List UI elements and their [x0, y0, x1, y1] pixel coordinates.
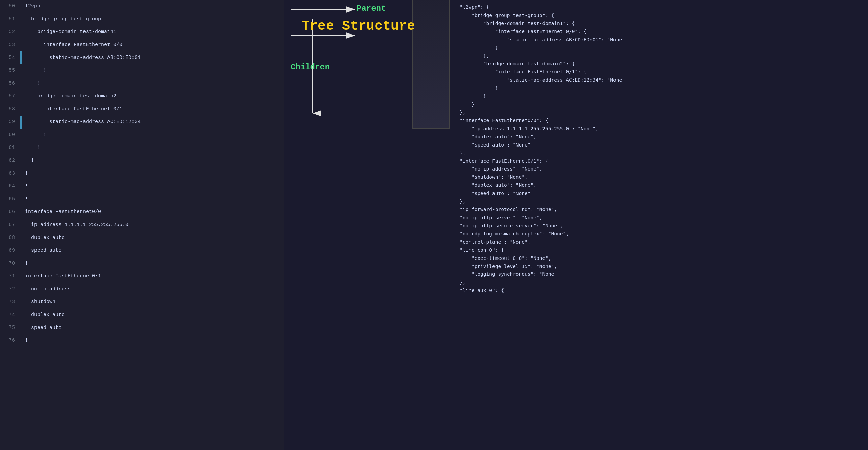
line-number: 68	[0, 231, 20, 244]
children-label: Children	[291, 63, 330, 72]
line-content: bridge group test-group	[22, 13, 284, 26]
line-content: interface FastEthernet 0/0	[22, 39, 284, 51]
code-editor-panel: 50l2vpn51 bridge group test-group52 brid…	[0, 0, 284, 450]
line-content: duplex auto	[22, 231, 284, 244]
code-line: 54 static-mac-address AB:CD:ED:01	[0, 51, 284, 64]
line-number: 65	[0, 193, 20, 206]
line-number: 58	[0, 103, 20, 116]
line-number: 76	[0, 334, 20, 347]
line-number: 74	[0, 309, 20, 321]
tree-structure-label: Tree Structure	[294, 19, 423, 34]
line-number: 69	[0, 244, 20, 257]
line-content: !	[22, 334, 284, 347]
line-content: l2vpn	[22, 0, 284, 13]
code-line: 53 interface FastEthernet 0/0	[0, 39, 284, 51]
code-line: 56 !	[0, 77, 284, 90]
code-line: 60 !	[0, 129, 284, 141]
code-line: 69 speed auto	[0, 244, 284, 257]
line-content: bridge-domain test-domain2	[22, 90, 284, 103]
line-number: 70	[0, 257, 20, 270]
line-content: !	[22, 180, 284, 193]
line-content: !	[22, 77, 284, 90]
line-number: 60	[0, 129, 20, 141]
line-content: interface FastEthernet0/1	[22, 270, 284, 283]
line-content: no ip address	[22, 283, 284, 296]
line-number: 56	[0, 77, 20, 90]
line-content: shutdown	[22, 296, 284, 309]
code-line: 66interface FastEthernet0/0	[0, 206, 284, 219]
json-panel: "l2vpn": { "bridge group test-group": { …	[453, 0, 868, 450]
code-line: 51 bridge group test-group	[0, 13, 284, 26]
line-number: 72	[0, 283, 20, 296]
code-line: 62 !	[0, 154, 284, 167]
diagram-panel: Parent Tree Structure Children	[284, 0, 453, 450]
line-number: 54	[0, 51, 20, 64]
code-line: 70!	[0, 257, 284, 270]
line-content: static-mac-address AC:ED:12:34	[22, 116, 284, 129]
code-line: 57 bridge-domain test-domain2	[0, 90, 284, 103]
line-content: !	[22, 257, 284, 270]
line-content: interface FastEthernet 0/1	[22, 103, 284, 116]
line-content: !	[22, 129, 284, 141]
line-number: 71	[0, 270, 20, 283]
line-number: 66	[0, 206, 20, 219]
code-line: 59 static-mac-address AC:ED:12:34	[0, 116, 284, 129]
line-content: !	[22, 154, 284, 167]
line-number: 61	[0, 141, 20, 154]
line-number: 53	[0, 39, 20, 51]
line-content: !	[22, 141, 284, 154]
line-content: ip address 1.1.1.1 255.255.255.0	[22, 219, 284, 231]
line-number: 73	[0, 296, 20, 309]
code-editor: 50l2vpn51 bridge group test-group52 brid…	[0, 0, 284, 450]
line-content: !	[22, 64, 284, 77]
code-line: 68 duplex auto	[0, 231, 284, 244]
line-content: speed auto	[22, 321, 284, 334]
code-line: 71interface FastEthernet0/1	[0, 270, 284, 283]
line-number: 75	[0, 321, 20, 334]
code-line: 76!	[0, 334, 284, 347]
line-number: 64	[0, 180, 20, 193]
line-number: 59	[0, 116, 20, 129]
line-number: 50	[0, 0, 20, 13]
line-content: !	[22, 167, 284, 180]
line-content: duplex auto	[22, 309, 284, 321]
code-line: 52 bridge-domain test-domain1	[0, 26, 284, 39]
code-line: 58 interface FastEthernet 0/1	[0, 103, 284, 116]
code-line: 63!	[0, 167, 284, 180]
line-content: static-mac-address AB:CD:ED:01	[22, 51, 284, 64]
line-number: 52	[0, 26, 20, 39]
parent-label: Parent	[357, 4, 386, 13]
line-number: 63	[0, 167, 20, 180]
line-number: 51	[0, 13, 20, 26]
code-line: 67 ip address 1.1.1.1 255.255.255.0	[0, 219, 284, 231]
line-number: 67	[0, 219, 20, 231]
code-line: 75 speed auto	[0, 321, 284, 334]
line-content: interface FastEthernet0/0	[22, 206, 284, 219]
line-number: 55	[0, 64, 20, 77]
code-line: 50l2vpn	[0, 0, 284, 13]
code-line: 72 no ip address	[0, 283, 284, 296]
line-content: !	[22, 193, 284, 206]
code-line: 64!	[0, 180, 284, 193]
line-content: bridge-domain test-domain1	[22, 26, 284, 39]
code-line: 74 duplex auto	[0, 309, 284, 321]
line-number: 62	[0, 154, 20, 167]
line-number: 57	[0, 90, 20, 103]
code-line: 55 !	[0, 64, 284, 77]
indent-bar	[20, 116, 22, 129]
code-line: 73 shutdown	[0, 296, 284, 309]
code-line: 65!	[0, 193, 284, 206]
json-content: "l2vpn": { "bridge group test-group": { …	[460, 3, 861, 295]
line-content: speed auto	[22, 244, 284, 257]
code-line: 61 !	[0, 141, 284, 154]
indent-bar	[20, 51, 22, 64]
